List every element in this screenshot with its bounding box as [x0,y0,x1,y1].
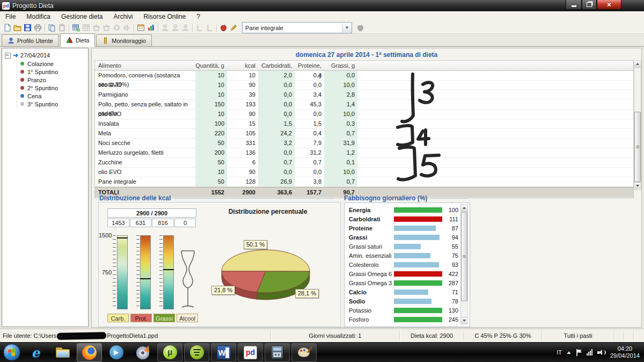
add-day-table-button[interactable] [71,23,81,33]
menu-item-gestione-dieta[interactable]: Gestione dieta [56,11,108,22]
tree-item-cena[interactable]: Cena [20,92,88,100]
menu-item-archivi[interactable]: Archivi [108,11,138,22]
table-row[interactable]: Merluzzo surgelato, filetti2001360,031,2… [95,148,633,158]
edit-food-button[interactable] [229,23,239,33]
food-archive-button[interactable] [218,23,229,33]
restore-button[interactable] [582,0,597,10]
tab-dieta[interactable]: Dieta [60,33,96,47]
paste-button[interactable] [57,23,67,33]
tree-item-3-spuntino[interactable]: 3° Spuntino [20,100,88,108]
menu-item-risorse-online[interactable]: Risorse Online [138,11,191,22]
language-indicator[interactable]: IT [557,349,562,356]
diet-calendar-button[interactable] [136,23,146,33]
open-file-button[interactable] [12,23,23,33]
clock[interactable]: 04:20 29/04/2014 [610,345,640,359]
remove-food-basket-button[interactable] [101,23,112,33]
table-scrollbar-thumb[interactable] [634,112,641,182]
cell: 6 [227,158,258,167]
menu-item-file[interactable]: File [0,11,21,22]
remove-day-table-button[interactable] [81,23,91,33]
tree-item-1-spuntino[interactable]: 1° Spuntino [20,68,88,76]
list-2-button[interactable] [204,23,215,33]
table-scroll-down[interactable] [634,182,641,189]
taskbar-app-disc-burner[interactable] [130,343,156,362]
taskbar-app-spotify[interactable] [184,343,209,362]
announce-button[interactable] [122,23,132,33]
taskbar-app-firefox[interactable] [77,343,102,362]
taskbar-app-word[interactable]: W [211,343,236,362]
hidden-icons-arrow[interactable] [567,351,571,354]
fabbisogno-scrollbar-thumb[interactable] [461,212,467,301]
table-scrollbar[interactable] [634,60,641,190]
menu-item-modifica[interactable]: Modifica [21,11,56,22]
menu-item-?[interactable]: ? [191,11,206,22]
table-row[interactable]: olio EVO10900,00,010,0 [95,110,633,119]
tree-item-2-spuntino[interactable]: 2° Spuntino [20,84,88,92]
pie-chart-title: Distribuzione percentuale [214,208,321,215]
table-row[interactable]: Pollo, petto, senza pelle, saltato in pa… [95,100,633,110]
action-center-flag-icon[interactable] [576,349,582,356]
column-header-3[interactable]: Carboidrati, g [258,61,295,70]
taskbar-app-utorrent[interactable]: µ [157,343,182,362]
chevron-down-icon[interactable]: ▼ [342,23,352,32]
cell: 1,4 [324,100,357,109]
taskbar-app-progetto-dieta[interactable]: pd [238,343,263,362]
column-header-0[interactable]: Alimento [95,61,195,70]
table-row[interactable]: Zucchine5060,70,70,1 [95,158,633,168]
logo-d: d [6,3,9,9]
taskbar-app-media-player[interactable]: ▶ [104,343,129,362]
statistics-chart-button[interactable] [146,23,156,33]
column-header-1[interactable]: Quantità, g [195,61,227,70]
minimize-button[interactable] [566,0,582,10]
status-bar: File utente: C:\UsersProgettoDieta1.ppd … [0,329,644,343]
utorrent-icon: µ [163,345,177,359]
user-profile-3-button[interactable] [180,23,191,33]
column-header-5[interactable]: Grassi, g [324,61,357,70]
table-row[interactable]: Mela22010524,20,40,7 [95,129,633,139]
table-row[interactable]: Noci secche503313,27,931,9 [95,139,633,148]
taskbar-app-calculator[interactable] [265,343,290,362]
print-button[interactable] [33,23,43,33]
tree-collapse-icon[interactable] [5,53,11,59]
fabbisogno-scroll-down[interactable] [461,317,467,324]
start-button[interactable] [2,343,21,362]
table-row[interactable]: Parmigiano10390,03,42,8 [95,90,633,100]
tree-item-colazione[interactable]: Colazione [20,60,88,68]
cell: 105 [227,129,258,138]
fabbisogno-scrollbar[interactable] [460,204,468,324]
user-profile-1-button[interactable] [160,23,170,33]
cell: 0,1 [324,158,357,167]
taskbar-app-windows-explorer[interactable] [50,343,75,362]
pie-label-carboidrati: 50,1 % [244,240,267,249]
list-1-button[interactable] [194,23,204,33]
close-button[interactable]: × [597,0,621,10]
network-icon[interactable] [587,349,592,356]
table-row[interactable]: olio EVO10900,00,010,0 [95,168,633,177]
table-row[interactable]: Pane integrale5012826,93,80,7 [95,177,633,187]
tab-profilo-utente[interactable]: Profilo Utente [2,34,59,46]
column-header-2[interactable]: kcal [227,61,258,70]
search-food-button[interactable] [355,23,365,33]
new-document-button[interactable] [2,23,12,33]
record-day-button[interactable] [112,23,122,33]
column-header-4[interactable]: Proteine, g [295,61,324,70]
add-food-basket-button[interactable] [91,23,101,33]
user-profile-2-button[interactable] [170,23,180,33]
tab-monitoraggio[interactable]: Monitoraggio [96,34,152,46]
cell: 100 [195,119,227,128]
scale-label-750: 750 [99,269,112,276]
copy-button[interactable] [47,23,57,33]
save-button[interactable] [23,23,33,33]
volume-icon[interactable] [597,349,605,356]
taskbar-app-paint[interactable] [291,343,317,362]
taskbar-app-internet-explorer[interactable]: e [23,343,48,362]
food-combobox[interactable]: Pane integrale ▼ [242,22,352,33]
table-row[interactable]: Pomodoro, conserva (sostanza secca 30%)1… [95,71,633,81]
close-icon: × [607,1,611,9]
table-scroll-up[interactable] [634,61,641,68]
tree-item-pranzo[interactable]: Pranzo [20,76,88,84]
table-row[interactable]: Insalata100151,51,50,3 [95,119,633,129]
tree-node-day[interactable]: ➜ 27/04/2014 [5,52,88,59]
table-row[interactable]: olio EVO10900,00,010,0 [95,81,633,90]
fabbisogno-scroll-up[interactable] [461,205,467,212]
